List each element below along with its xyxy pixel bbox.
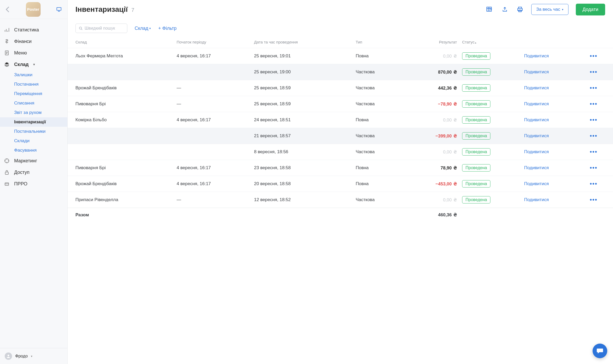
layers-icon xyxy=(4,61,10,68)
sidebar-item-prro[interactable]: ПРРО xyxy=(0,178,67,190)
svg-point-5 xyxy=(8,355,9,356)
row-menu-button[interactable]: ••• xyxy=(579,80,613,96)
cell-type: Повна xyxy=(353,112,406,128)
cell-type: Часткова xyxy=(353,64,406,80)
top-actions: За весь час ▾ Додати xyxy=(486,4,605,15)
storage-filter[interactable]: Склад ▾ xyxy=(135,26,151,31)
sidebar-item-menu[interactable]: Меню xyxy=(0,47,67,59)
presentation-mode-button[interactable] xyxy=(55,6,63,13)
col-result[interactable]: Результат xyxy=(406,36,459,48)
print-button[interactable] xyxy=(516,5,524,13)
table-row[interactable]: Припаси Рівенделла—12 вересня, 18:52Част… xyxy=(68,192,613,208)
sidebar-item-statistics[interactable]: Статистика xyxy=(0,24,67,36)
sidebar-item-storage[interactable]: Склад ▾ xyxy=(0,59,67,70)
table-row[interactable]: Врожай Брендібаків—25 вересня, 18:59Част… xyxy=(68,80,613,96)
table-row[interactable]: Льох Фермера Меггота4 вересня, 16:1725 в… xyxy=(68,48,613,64)
subnav-item-supply[interactable]: Постачання xyxy=(14,80,67,89)
columns-icon xyxy=(486,7,493,12)
view-link[interactable]: Подивитися xyxy=(524,117,549,122)
search-box[interactable] xyxy=(75,24,127,33)
subnav-item-transfer[interactable]: Переміщення xyxy=(14,89,67,98)
status-badge: Проведена xyxy=(462,52,490,60)
table-row[interactable]: Пивоварня Брі4 вересня, 16:1723 вересня,… xyxy=(68,160,613,176)
sidebar-item-finance[interactable]: Фінанси xyxy=(0,36,67,47)
subnav-item-packing[interactable]: Фасування xyxy=(14,146,67,155)
cell-view: Подивитися xyxy=(522,48,580,64)
view-link[interactable]: Подивитися xyxy=(524,69,549,74)
cell-start: 4 вересня, 16:17 xyxy=(174,48,251,64)
view-link[interactable]: Подивитися xyxy=(524,197,549,202)
cell-storage: Врожай Брендібаків xyxy=(68,176,174,192)
sidebar-item-access[interactable]: Доступ xyxy=(0,167,67,178)
cell-conducted: 25 вересня, 18:59 xyxy=(251,80,353,96)
row-menu-button[interactable]: ••• xyxy=(579,176,613,192)
col-status[interactable]: Статус▴ xyxy=(459,36,522,48)
view-link[interactable]: Подивитися xyxy=(524,101,549,106)
subnav-item-storages[interactable]: Склади xyxy=(14,136,67,146)
chevron-left-icon xyxy=(6,7,9,12)
subnav-item-suppliers[interactable]: Постачальники xyxy=(14,127,67,136)
cell-view: Подивитися xyxy=(522,192,580,208)
row-menu-button[interactable]: ••• xyxy=(579,144,613,160)
col-storage[interactable]: Склад xyxy=(68,36,174,48)
subnav-item-movement[interactable]: Звіт за рухом xyxy=(14,108,67,117)
sidebar-item-marketing[interactable]: Маркетинг xyxy=(0,155,67,167)
table-row[interactable]: 25 вересня, 19:00Часткова870,00 ₴Проведе… xyxy=(68,64,613,80)
cell-type: Часткова xyxy=(353,128,406,144)
back-button[interactable] xyxy=(4,6,11,13)
status-badge: Проведена xyxy=(462,164,490,172)
logo[interactable]: Poster xyxy=(26,2,41,17)
cell-start xyxy=(174,128,251,144)
cell-result: 870,00 ₴ xyxy=(406,64,459,80)
view-link[interactable]: Подивитися xyxy=(524,149,549,154)
sidebar-item-label: Меню xyxy=(14,50,27,56)
view-link[interactable]: Подивитися xyxy=(524,53,549,58)
add-filter-button[interactable]: + Фільтр xyxy=(158,26,177,31)
chat-button[interactable] xyxy=(593,344,607,358)
cell-storage: Припаси Рівенделла xyxy=(68,192,174,208)
row-menu-button[interactable]: ••• xyxy=(579,96,613,112)
table-row[interactable]: Врожай Брендібаків4 вересня, 16:1720 вер… xyxy=(68,176,613,192)
cell-result: −453,00 ₴ xyxy=(406,176,459,192)
row-menu-button[interactable]: ••• xyxy=(579,160,613,176)
row-menu-button[interactable]: ••• xyxy=(579,128,613,144)
svg-rect-0 xyxy=(57,7,61,10)
chat-icon xyxy=(596,348,604,354)
period-button[interactable]: За весь час ▾ xyxy=(531,4,568,15)
cell-storage xyxy=(68,128,174,144)
cell-storage: Льох Фермера Меггота xyxy=(68,48,174,64)
row-menu-button[interactable]: ••• xyxy=(579,48,613,64)
search-input[interactable] xyxy=(85,26,124,31)
view-link[interactable]: Подивитися xyxy=(524,85,549,90)
row-menu-button[interactable]: ••• xyxy=(579,64,613,80)
col-period-start[interactable]: Початок періоду xyxy=(174,36,251,48)
cell-result: −78,90 ₴ xyxy=(406,96,459,112)
status-badge: Проведена xyxy=(462,84,490,92)
add-button[interactable]: Додати xyxy=(576,4,605,15)
view-link[interactable]: Подивитися xyxy=(524,133,549,138)
subnav-item-remains[interactable]: Залишки xyxy=(14,70,67,80)
bar-chart-icon xyxy=(4,27,10,33)
table-row[interactable]: 21 вересня, 18:57Часткова−399,00 ₴Провед… xyxy=(68,128,613,144)
receipt-icon xyxy=(4,181,10,187)
col-conducted[interactable]: Дата та час проведення xyxy=(251,36,353,48)
table-row[interactable]: Комірка Більбо4 вересня, 16:1724 вересня… xyxy=(68,112,613,128)
subnav-item-inventory[interactable]: Інвентаризації xyxy=(0,117,67,127)
sidebar-user[interactable]: Фродо ▾ xyxy=(0,348,67,364)
view-link[interactable]: Подивитися xyxy=(524,165,549,170)
table-row[interactable]: Пивоварня Брі—25 вересня, 18:59Часткова−… xyxy=(68,96,613,112)
sidebar-item-label: Статистика xyxy=(14,27,39,33)
columns-button[interactable] xyxy=(486,5,494,13)
row-menu-button[interactable]: ••• xyxy=(579,192,613,208)
total-value: 460,36 ₴ xyxy=(406,208,459,222)
chevron-down-icon: ▾ xyxy=(149,27,151,30)
col-type[interactable]: Тип xyxy=(353,36,406,48)
cell-view: Подивитися xyxy=(522,176,580,192)
cell-status: Проведена xyxy=(459,160,522,176)
view-link[interactable]: Подивитися xyxy=(524,181,549,186)
export-button[interactable] xyxy=(501,5,509,13)
row-menu-button[interactable]: ••• xyxy=(579,112,613,128)
table-row[interactable]: 8 вересня, 18:56Часткова0,00 ₴ПроведенаП… xyxy=(68,144,613,160)
subnav-item-writeoff[interactable]: Списання xyxy=(14,98,67,108)
total-row: Разом460,36 ₴ xyxy=(68,208,613,222)
